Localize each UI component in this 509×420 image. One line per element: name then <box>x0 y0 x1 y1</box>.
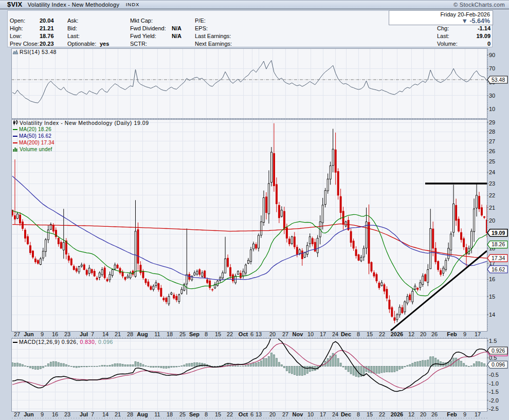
svg-text:7: 7 <box>91 411 94 417</box>
title-bar: $VIX Volatility Index - New Methodology … <box>0 0 509 9</box>
svg-text:22: 22 <box>227 331 233 337</box>
svg-text:6: 6 <box>250 331 253 337</box>
last-price-value: 19.09 <box>463 32 490 40</box>
svg-text:16: 16 <box>52 411 58 417</box>
main-legend: Volatility Index - New Methodology (Dail… <box>13 120 149 153</box>
svg-text:20: 20 <box>269 331 276 337</box>
chg-value: -1.14 <box>463 25 490 32</box>
main-chart-title: Volatility Index - New Methodology (Dail… <box>20 120 149 126</box>
svg-text:14: 14 <box>102 411 108 417</box>
svg-text:8: 8 <box>205 411 208 417</box>
symbol: $VIX <box>7 1 22 9</box>
svg-text:13: 13 <box>256 331 262 337</box>
last-price-label: Last: <box>437 32 463 40</box>
chg-label: Chg: <box>437 25 463 32</box>
svg-text:24: 24 <box>332 411 338 417</box>
svg-text:22: 22 <box>227 411 233 417</box>
svg-text:19.09: 19.09 <box>492 230 505 236</box>
svg-text:13: 13 <box>256 411 262 417</box>
fwd-yield-value: N/A <box>172 33 181 39</box>
svg-text:21: 21 <box>489 205 495 211</box>
svg-text:28: 28 <box>489 129 495 135</box>
svg-text:28: 28 <box>127 411 133 417</box>
high-label: High: <box>10 25 40 32</box>
date-box: Friday 20-Feb-2026 ▼ -5.64% <box>389 10 493 25</box>
svg-text:-2.0: -2.0 <box>489 397 499 404</box>
svg-text:17: 17 <box>320 411 326 417</box>
svg-text:18: 18 <box>167 411 173 417</box>
pe-label: P/E: <box>195 17 233 25</box>
svg-text:9: 9 <box>463 331 466 337</box>
macd-label: MACD(12,26,9) 0.926, <box>19 339 78 345</box>
svg-text:18.26: 18.26 <box>492 241 505 247</box>
svg-text:27: 27 <box>14 411 20 417</box>
svg-text:Jun: Jun <box>24 331 34 337</box>
volume-bars-icon <box>13 147 18 153</box>
eps-label: EPS: <box>195 25 233 32</box>
svg-text:Jul: Jul <box>80 331 88 337</box>
svg-text:17.34: 17.34 <box>492 255 505 261</box>
svg-text:9: 9 <box>41 331 44 337</box>
chart-canvas: 1415161718192021222324252627282990705030… <box>0 0 509 420</box>
fwd-yield-label: Fwd Yield: <box>130 32 172 40</box>
open-label: Open: <box>10 17 40 25</box>
svg-text:8: 8 <box>357 411 360 417</box>
quote-col-change: Chg:-1.14 Last:19.09 Volume:0 <box>437 25 490 48</box>
sctr-label: SCTR: <box>130 40 172 48</box>
ma20-line-icon <box>13 129 17 130</box>
svg-text:2026: 2026 <box>391 331 403 337</box>
svg-text:15: 15 <box>215 411 221 417</box>
quote-panel: Open:20.04 High:21.21 Low:18.76 Prev Clo… <box>7 10 493 47</box>
svg-text:11: 11 <box>154 331 160 337</box>
svg-text:25: 25 <box>489 158 495 165</box>
svg-text:12: 12 <box>408 411 414 417</box>
svg-text:14: 14 <box>489 312 495 318</box>
optionable-value: yes <box>100 41 109 47</box>
svg-text:25: 25 <box>179 411 186 417</box>
svg-text:15: 15 <box>489 294 495 300</box>
svg-text:22: 22 <box>379 411 385 417</box>
copyright: © StockCharts.com <box>453 1 505 9</box>
svg-text:8: 8 <box>205 331 208 337</box>
svg-text:Dec: Dec <box>341 331 351 337</box>
svg-text:0.096: 0.096 <box>492 361 505 368</box>
macd-signal-label: 0.830, <box>80 339 96 345</box>
svg-text:15: 15 <box>215 331 221 337</box>
svg-text:16: 16 <box>489 276 495 282</box>
svg-text:Feb: Feb <box>447 331 457 337</box>
candlestick-icon <box>13 120 18 126</box>
low-label: Low: <box>10 32 40 40</box>
svg-text:22: 22 <box>379 331 385 337</box>
high-value: 21.21 <box>40 25 54 31</box>
svg-text:23: 23 <box>64 411 70 417</box>
ma50-label: MA(50) 16.62 <box>19 133 51 139</box>
svg-text:27: 27 <box>282 331 288 337</box>
svg-text:Sep: Sep <box>189 331 199 337</box>
svg-text:30: 30 <box>489 93 495 99</box>
svg-text:27: 27 <box>14 331 20 337</box>
last-earnings-label: Last Earnings: <box>195 32 233 40</box>
svg-text:70: 70 <box>489 65 495 71</box>
svg-text:Sep: Sep <box>189 411 199 417</box>
svg-text:25: 25 <box>179 331 186 337</box>
svg-text:29: 29 <box>489 119 495 125</box>
quote-date: Friday 20-Feb-2026 <box>389 11 490 17</box>
svg-text:21: 21 <box>115 411 121 417</box>
svg-text:Dec: Dec <box>341 411 351 417</box>
svg-text:10: 10 <box>307 411 314 417</box>
page-title: Volatility Index - New Methodology <box>28 1 119 9</box>
svg-text:17: 17 <box>475 411 481 417</box>
svg-text:15: 15 <box>367 411 373 417</box>
volume-legend-label: Volume undef <box>20 147 52 152</box>
rsi-indicator-icon <box>13 49 18 56</box>
svg-text:Jun: Jun <box>24 411 34 417</box>
optionable-label: Optionable: <box>67 40 100 48</box>
svg-text:9: 9 <box>41 411 44 417</box>
ask-label: Ask: <box>67 17 100 25</box>
svg-text:Aug: Aug <box>137 331 148 337</box>
svg-text:2026: 2026 <box>391 411 403 417</box>
volume-value: 0 <box>463 40 490 48</box>
svg-text:23: 23 <box>64 331 70 337</box>
quote-col-bidask: Ask: Bid: Last: Optionable:yes <box>67 17 109 48</box>
svg-text:26: 26 <box>489 148 495 154</box>
